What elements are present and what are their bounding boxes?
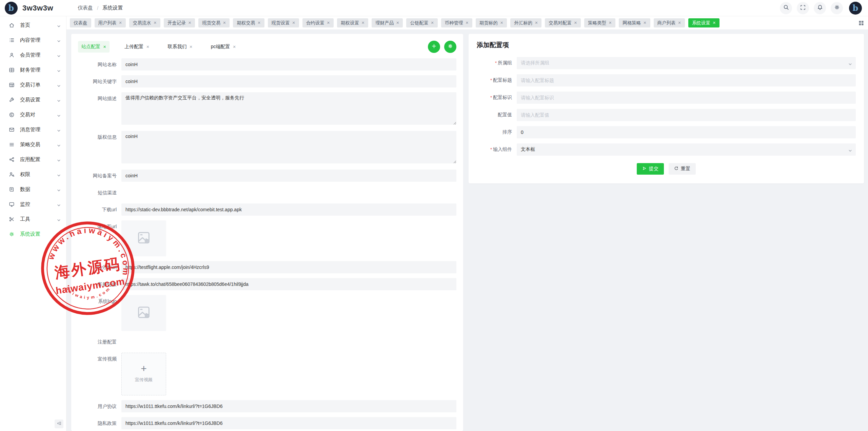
- sidebar-collapse-button[interactable]: [55, 419, 63, 428]
- landing-image-preview[interactable]: [121, 220, 166, 256]
- sidebar-item-tools[interactable]: 工具: [0, 212, 66, 227]
- config-tab-label: pc端配置: [211, 44, 230, 50]
- config-value-input[interactable]: [517, 109, 856, 121]
- brand-logo[interactable]: b: [5, 2, 18, 15]
- top-tab[interactable]: 网格策略✕: [619, 18, 650, 27]
- close-icon[interactable]: ✕: [154, 21, 157, 25]
- site-description-textarea[interactable]: 值得用户信赖的数字资产交互平台，安全透明，服务先行: [121, 92, 456, 125]
- close-icon[interactable]: ✕: [189, 45, 192, 49]
- close-icon[interactable]: ✕: [500, 21, 503, 25]
- logo-image-preview[interactable]: [121, 295, 166, 331]
- close-icon[interactable]: ✕: [643, 21, 646, 25]
- tab-list-grid-icon[interactable]: [859, 20, 864, 27]
- sidebar-item-system-settings[interactable]: 系统设置: [0, 227, 66, 241]
- sidebar-item-label: 首页: [20, 22, 57, 28]
- header-actions: b: [780, 2, 862, 15]
- close-icon[interactable]: ✕: [431, 21, 434, 25]
- sidebar-item-messages[interactable]: 消息管理: [0, 122, 66, 137]
- top-tab[interactable]: 策略类型✕: [584, 18, 615, 27]
- close-icon[interactable]: ✕: [292, 21, 295, 25]
- breadcrumb-item-dashboard[interactable]: 仪表盘: [78, 5, 93, 11]
- site-name-input[interactable]: [121, 58, 456, 71]
- sidebar-item-finance[interactable]: 财务管理: [0, 62, 66, 77]
- form-row-site-keywords: 网站关键字: [78, 75, 456, 87]
- close-icon[interactable]: ✕: [466, 21, 469, 25]
- submit-button[interactable]: 提交: [637, 163, 664, 175]
- sidebar-item-home[interactable]: 首页: [0, 18, 66, 33]
- top-tab[interactable]: 理财产品✕: [372, 18, 403, 27]
- site-keywords-input[interactable]: [121, 75, 456, 87]
- sidebar-item-trade-settings[interactable]: 交易设置: [0, 92, 66, 107]
- top-tab[interactable]: 外汇标的✕: [510, 18, 541, 27]
- sidebar-item-monitor[interactable]: 监控: [0, 197, 66, 212]
- close-icon[interactable]: ✕: [233, 45, 236, 49]
- top-tab[interactable]: 商户列表✕: [654, 18, 685, 27]
- field-label: 配置标识: [493, 95, 512, 100]
- config-key-input[interactable]: [517, 92, 856, 104]
- close-icon[interactable]: ✕: [574, 21, 577, 25]
- close-icon[interactable]: ✕: [223, 21, 226, 25]
- sort-input[interactable]: [517, 126, 856, 138]
- sidebar-item-app-config[interactable]: 应用配置: [0, 152, 66, 167]
- promo-video-upload[interactable]: + 宣传视频: [121, 353, 166, 395]
- top-tab[interactable]: 交易对配置✕: [545, 18, 581, 27]
- top-tab[interactable]: 现货设置✕: [268, 18, 299, 27]
- privacy-policy-input[interactable]: [121, 417, 456, 429]
- close-icon[interactable]: ✕: [678, 21, 681, 25]
- close-icon[interactable]: ✕: [609, 21, 612, 25]
- sidebar-item-label: 工具: [20, 216, 57, 222]
- top-tab[interactable]: 期货标的✕: [476, 18, 507, 27]
- sidebar-item-permission[interactable]: 权限: [0, 167, 66, 182]
- sidebar-item-pairs[interactable]: 交易对: [0, 107, 66, 122]
- top-tab-dashboard[interactable]: 仪表盘: [70, 18, 91, 27]
- reset-button[interactable]: 重置: [669, 163, 696, 175]
- field-label: 落地页url: [78, 220, 121, 233]
- settings-button[interactable]: [831, 2, 843, 14]
- config-tab-site[interactable]: 站点配置✕: [78, 41, 110, 53]
- close-icon[interactable]: ✕: [713, 21, 716, 25]
- top-tab-system-settings[interactable]: 系统设置✕: [688, 18, 719, 27]
- top-tab[interactable]: 交易流水✕: [129, 18, 160, 27]
- top-tab[interactable]: 期权交易✕: [233, 18, 264, 27]
- download-url-input[interactable]: [121, 203, 456, 216]
- sidebar-item-orders[interactable]: 交易订单: [0, 77, 66, 92]
- close-icon[interactable]: ✕: [535, 21, 538, 25]
- config-tab-contact[interactable]: 联系我们✕: [164, 41, 196, 53]
- top-tab[interactable]: 币种管理✕: [441, 18, 472, 27]
- sidebar-item-data[interactable]: 数据: [0, 182, 66, 197]
- top-tab[interactable]: 公链配置✕: [406, 18, 437, 27]
- close-icon[interactable]: ✕: [327, 21, 330, 25]
- top-tab[interactable]: 合约设置✕: [302, 18, 334, 27]
- close-icon[interactable]: ✕: [146, 45, 149, 49]
- config-title-input[interactable]: [517, 74, 856, 86]
- top-tab[interactable]: 期权设置✕: [337, 18, 368, 27]
- service-link-input[interactable]: [121, 278, 456, 290]
- close-icon[interactable]: ✕: [103, 45, 106, 49]
- close-icon[interactable]: ✕: [361, 21, 364, 25]
- close-icon[interactable]: ✕: [119, 21, 122, 25]
- add-group-button[interactable]: [428, 41, 440, 53]
- icp-input[interactable]: [121, 170, 456, 182]
- notifications-button[interactable]: [814, 2, 826, 14]
- group-select[interactable]: 请选择所属组: [517, 57, 856, 69]
- sidebar-item-member[interactable]: 会员管理: [0, 47, 66, 62]
- close-icon[interactable]: ✕: [257, 21, 260, 25]
- top-tab[interactable]: 开盒记录✕: [164, 18, 195, 27]
- fullscreen-button[interactable]: [797, 2, 809, 14]
- top-tab[interactable]: 用户列表✕: [95, 18, 126, 27]
- config-tab-upload[interactable]: 上传配置✕: [121, 41, 153, 53]
- group-settings-button[interactable]: [444, 41, 456, 53]
- field-label: 排序: [502, 129, 512, 135]
- user-avatar[interactable]: b: [849, 2, 862, 15]
- close-icon[interactable]: ✕: [188, 21, 191, 25]
- ios-url-input[interactable]: [121, 261, 456, 273]
- sidebar-item-strategy[interactable]: 策略交易: [0, 137, 66, 152]
- config-tab-pc[interactable]: pc端配置✕: [208, 41, 239, 53]
- input-component-select[interactable]: 文本框: [517, 143, 856, 156]
- top-tab[interactable]: 现货交易✕: [198, 18, 230, 27]
- search-button[interactable]: [780, 2, 792, 14]
- user-agreement-input[interactable]: [121, 400, 456, 412]
- close-icon[interactable]: ✕: [396, 21, 399, 25]
- sidebar-item-content[interactable]: 内容管理: [0, 33, 66, 47]
- copyright-textarea[interactable]: coinH: [121, 131, 456, 163]
